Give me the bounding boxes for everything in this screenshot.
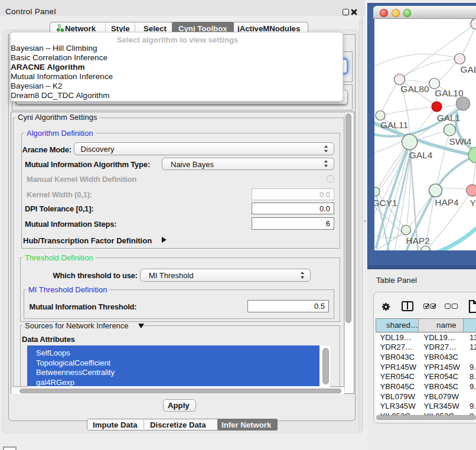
svg-text:GAL10: GAL10 [435,87,464,97]
svg-text:GAL80: GAL80 [400,83,429,93]
svg-text:GAL7: GAL7 [460,64,476,74]
svg-text:GCY1: GCY1 [374,197,397,207]
svg-text:HAP4: HAP4 [435,197,459,207]
svg-text:GAL4: GAL4 [409,149,432,159]
svg-text:YM: YM [470,197,476,207]
svg-text:HAP2: HAP2 [406,235,430,245]
svg-text:GAL11: GAL11 [380,119,407,129]
svg-text:SWI4: SWI4 [449,136,471,146]
svg-text:GAL1: GAL1 [436,112,460,122]
